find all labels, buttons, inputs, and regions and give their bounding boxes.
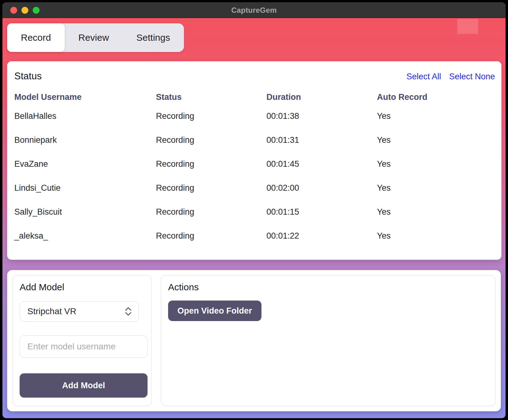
table-header-row: Model Username Status Duration Auto Reco… <box>12 90 495 104</box>
bottom-panel: Add Model Stripchat VR Add Model Actions… <box>7 270 501 411</box>
actions-title: Actions <box>168 282 488 292</box>
table-row[interactable]: Lindsi_Cutie Recording 00:02:00 Yes <box>12 176 495 200</box>
table-body: BellaHalles Recording 00:01:38 Yes Bonni… <box>12 104 495 248</box>
cell-duration: 00:01:15 <box>266 207 377 217</box>
cell-auto-record: Yes <box>377 207 495 217</box>
status-panel: Status Select All Select None Model User… <box>7 61 501 260</box>
tab-review[interactable]: Review <box>65 23 123 52</box>
add-model-card: Add Model Stripchat VR Add Model <box>12 275 152 406</box>
select-none-link[interactable]: Select None <box>449 72 495 82</box>
status-panel-header: Status Select All Select None <box>12 71 495 82</box>
select-all-link[interactable]: Select All <box>407 72 441 82</box>
tab-settings[interactable]: Settings <box>123 23 184 52</box>
open-video-folder-button[interactable]: Open Video Folder <box>168 301 261 321</box>
cell-status: Recording <box>156 231 266 241</box>
table-row[interactable]: Bonniepark Recording 00:01:31 Yes <box>12 128 495 152</box>
table-row[interactable]: BellaHalles Recording 00:01:38 Yes <box>12 104 495 128</box>
tab-bar: Record Review Settings <box>7 23 184 52</box>
zoom-window-button[interactable] <box>33 7 40 14</box>
column-header-auto-record: Auto Record <box>377 92 495 102</box>
select-up-down-chevrons-icon <box>125 307 132 316</box>
add-model-button[interactable]: Add Model <box>20 373 148 398</box>
cell-model-username: Bonniepark <box>14 135 156 145</box>
column-header-duration: Duration <box>266 92 377 102</box>
cell-duration: 00:01:38 <box>266 111 377 121</box>
decorative-faded-rect <box>457 19 478 34</box>
app-window: CaptureGem Record Review Settings Status… <box>2 2 506 418</box>
cell-status: Recording <box>156 159 266 169</box>
tab-record[interactable]: Record <box>7 23 65 52</box>
cell-status: Recording <box>156 135 266 145</box>
site-select[interactable]: Stripchat VR <box>20 301 139 322</box>
table-row[interactable]: EvaZane Recording 00:01:45 Yes <box>12 152 495 176</box>
cell-model-username: BellaHalles <box>14 111 156 121</box>
cell-status: Recording <box>156 183 266 193</box>
table-row[interactable]: Sally_Biscuit Recording 00:01:15 Yes <box>12 200 495 224</box>
cell-model-username: EvaZane <box>14 159 156 169</box>
window-title: CaptureGem <box>231 6 277 15</box>
add-model-title: Add Model <box>20 282 144 292</box>
cell-duration: 00:02:00 <box>266 183 377 193</box>
cell-duration: 00:01:31 <box>266 135 377 145</box>
column-header-status: Status <box>156 92 266 102</box>
cell-auto-record: Yes <box>377 183 495 193</box>
cell-auto-record: Yes <box>377 231 495 241</box>
cell-status: Recording <box>156 207 266 217</box>
table-row[interactable]: _aleksa_ Recording 00:01:22 Yes <box>12 224 495 248</box>
cell-duration: 00:01:22 <box>266 231 377 241</box>
model-username-input[interactable] <box>20 335 148 358</box>
cell-auto-record: Yes <box>377 135 495 145</box>
titlebar: CaptureGem <box>2 2 506 18</box>
close-window-button[interactable] <box>10 7 17 14</box>
site-select-value: Stripchat VR <box>27 306 76 316</box>
cell-status: Recording <box>156 111 266 121</box>
column-header-model-username: Model Username <box>14 92 156 102</box>
cell-auto-record: Yes <box>377 159 495 169</box>
selection-links: Select All Select None <box>407 72 495 82</box>
cell-model-username: Lindsi_Cutie <box>14 183 156 193</box>
cell-auto-record: Yes <box>377 111 495 121</box>
actions-card: Actions Open Video Folder <box>161 275 496 406</box>
desktop-background: CaptureGem Record Review Settings Status… <box>0 0 508 420</box>
minimize-window-button[interactable] <box>21 7 28 14</box>
status-title: Status <box>14 71 42 82</box>
cell-duration: 00:01:45 <box>266 159 377 169</box>
cell-model-username: _aleksa_ <box>14 231 156 241</box>
traffic-lights <box>10 3 40 18</box>
cell-model-username: Sally_Biscuit <box>14 207 156 217</box>
